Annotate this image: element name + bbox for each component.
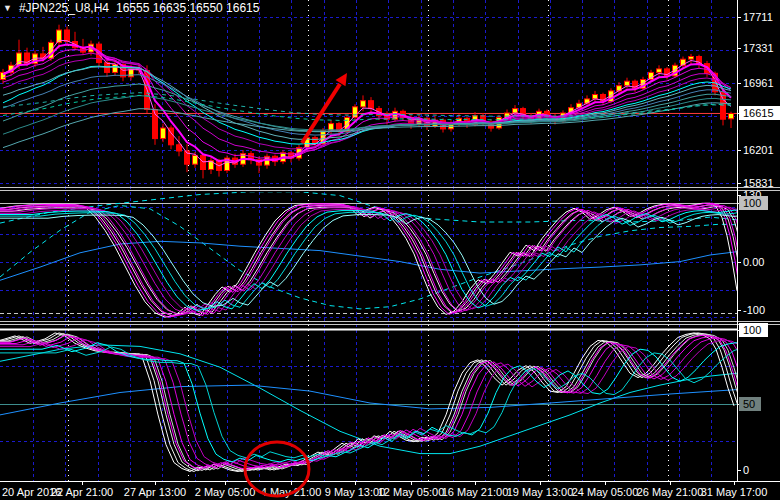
price-axis-label: -100: [743, 304, 765, 316]
price-axis-label: 0: [743, 464, 749, 476]
candle-up: [161, 128, 166, 139]
price-axis-label: 16201: [743, 144, 774, 156]
candle-up: [193, 155, 198, 164]
price-axis-label: 16961: [743, 77, 774, 89]
time-axis-label: 26 May 21:00: [637, 486, 704, 498]
price-axis-label: 17331: [743, 42, 774, 54]
price-tag-label: 50: [743, 398, 755, 410]
time-axis-label: 19 May 13:00: [507, 486, 574, 498]
candle-down: [201, 155, 206, 169]
candle-down: [177, 145, 182, 151]
candle-up: [593, 95, 598, 99]
candle-up: [657, 69, 662, 73]
price-tag-label: 100: [743, 324, 761, 336]
price-tag-label: 100: [743, 197, 761, 209]
candle-up: [625, 81, 630, 85]
time-axis-label: 31 May 17:00: [701, 486, 768, 498]
time-axis-label: 16 May 21:00: [442, 486, 509, 498]
time-axis-label: 9 May 13:00: [325, 486, 386, 498]
price-axis-label: 0.00: [743, 256, 764, 268]
candle-up: [729, 114, 734, 119]
chart-canvas[interactable]: 1771117331169611661516201158311301000.00…: [0, 0, 780, 500]
price-tag-label: 16615: [743, 107, 774, 119]
trading-chart-window: 1771117331169611661516201158311301000.00…: [0, 0, 780, 500]
time-axis-label: 24 May 05:00: [572, 486, 639, 498]
time-axis-label: 22 Apr 21:00: [51, 486, 113, 498]
time-axis-label: 12 May 05:00: [378, 486, 445, 498]
candle-up: [361, 101, 366, 107]
candle-down: [65, 30, 70, 42]
time-axis-label: 27 Apr 13:00: [124, 486, 186, 498]
candle-down: [369, 101, 374, 109]
price-axis-label: 17711: [743, 11, 773, 23]
time-axis-label: 2 May 05:00: [195, 486, 256, 498]
candle-up: [689, 57, 694, 60]
price-axis-label: 15831: [743, 177, 774, 189]
